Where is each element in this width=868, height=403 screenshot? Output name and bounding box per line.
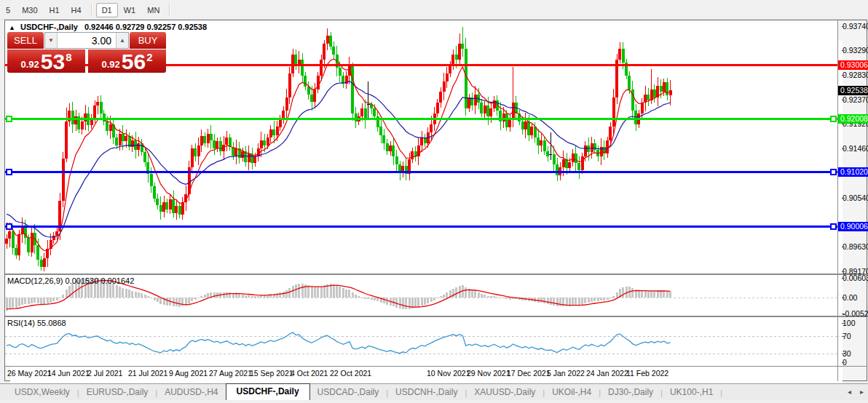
sell-price-display[interactable]: 0.92 53 8 [7, 49, 85, 73]
hline-price-label: 0.92008 [838, 114, 868, 124]
timeframe-button-h1[interactable]: H1 [44, 3, 66, 17]
timeframe-button-5[interactable]: 5 [0, 3, 16, 17]
date-label: 22 Oct 2021 [330, 369, 371, 378]
date-label: 14 Jun 2021 [47, 369, 90, 378]
one-click-trade-panel: SELL ▼ ▲ BUY 0.92 53 8 0.92 56 2 [7, 32, 166, 73]
chart-title: ▲ USDCHF-,Daily 0.92446 0.92729 0.92257 … [9, 23, 207, 31]
price-tick: 0.91460 [843, 144, 868, 153]
macd-axis-label: 0.00 [843, 293, 857, 302]
date-label: 21 Jul 2021 [128, 369, 167, 378]
price-tick: 0.89630 [843, 242, 868, 251]
volume-input[interactable] [58, 33, 116, 48]
price-axis[interactable]: 0.937400.932900.928300.923700.919200.914… [838, 20, 867, 381]
date-label: 15 Sep 2021 [250, 369, 293, 378]
tab-scroll-right-icon[interactable]: ▸ [860, 388, 864, 396]
timeframe-button-mn[interactable]: MN [141, 3, 165, 17]
symbol-tab-usdcad-daily[interactable]: USDCAD-,Daily [310, 385, 387, 400]
hline-price-label: 0.90006 [838, 222, 868, 231]
buy-price-prefix: 0.92 [101, 59, 119, 70]
volume-stepper: ▼ ▲ [44, 32, 129, 49]
price-tick: 0.92830 [843, 71, 868, 79]
rsi-axis-label: 30 [843, 349, 851, 358]
timeframe-button-w1[interactable]: W1 [118, 3, 142, 17]
trading-terminal-window: 5M30H1H4D1W1MN ▲ USDCHF-,Daily 0.92446 0… [0, 0, 868, 403]
symbol-tab-usdx-weekly[interactable]: USDX,Weekly [7, 385, 77, 400]
tab-scroll-left-icon[interactable]: ◂ [848, 388, 851, 396]
tab-separator: | [720, 388, 722, 400]
date-label: 5 Jan 2022 [547, 369, 585, 378]
timeframe-button-h4[interactable]: H4 [66, 3, 87, 17]
date-label: 10 Nov 2021 [427, 369, 470, 378]
symbol-tab-audusd-h4[interactable]: AUDUSD-,H4 [157, 385, 225, 400]
symbol-tab-dj30-daily[interactable]: DJ30-,Daily [601, 385, 660, 400]
timeframe-button-m30[interactable]: M30 [16, 3, 43, 17]
date-label: 11 Feb 2022 [626, 369, 668, 378]
rsi-axis-label: 0 [843, 358, 847, 367]
price-tick: 0.92370 [843, 95, 868, 104]
price-tick: 0.93290 [843, 46, 868, 55]
volume-decrease-button[interactable]: ▼ [45, 33, 58, 48]
date-label: 24 Jan 2022 [586, 369, 628, 378]
symbol-label: USDCHF-,Daily [20, 23, 78, 31]
time-axis[interactable]: 26 May 202114 Jun 20212 Jul 202121 Jul 2… [5, 367, 837, 381]
symbol-tab-usdchf-daily[interactable]: USDCHF-,Daily [226, 383, 310, 400]
tab-scroll-nav: ◂ ▸ [848, 388, 864, 396]
buy-price-big: 56 [122, 52, 146, 72]
toolbar-separator [169, 4, 170, 15]
timeframe-button-d1[interactable]: D1 [96, 3, 118, 17]
rsi-axis-label: 100 [843, 319, 856, 327]
date-label: 26 May 2021 [7, 369, 52, 378]
buy-price-sup: 2 [146, 51, 152, 63]
current-price-label: 0.92538 [838, 86, 868, 95]
symbol-tab-bar: USDX,Weekly|EURUSD-,Daily|AUDUSD-,H4USDC… [0, 383, 868, 400]
symbol-tab-usdcnh-daily[interactable]: USDCNH-,Daily [388, 385, 465, 400]
symbol-tab-xauusd-daily[interactable]: XAUUSD-,Daily [467, 385, 542, 400]
pane-divider-rsi[interactable] [5, 316, 867, 317]
rsi-label: RSI(14) 55.0868 [7, 319, 66, 327]
date-label: 27 Aug 2021 [209, 369, 252, 378]
collapse-icon[interactable]: ▲ [9, 24, 15, 31]
macd-label: MACD(12,26,9) 0.001530 0.001642 [7, 276, 134, 285]
date-label: 9 Aug 2021 [169, 369, 208, 378]
ohlc-values: 0.92446 0.92729 0.92257 0.92538 [84, 23, 207, 31]
pane-divider-macd[interactable] [5, 274, 867, 275]
date-label: 17 Dec 2021 [507, 369, 551, 378]
volume-increase-button[interactable]: ▲ [116, 33, 128, 48]
sell-price-sup: 8 [66, 51, 71, 63]
rsi-axis-label: 70 [843, 332, 851, 340]
date-label: 29 Nov 2021 [467, 369, 510, 378]
buy-button[interactable]: BUY [130, 32, 166, 49]
date-label: 4 Oct 2021 [291, 369, 328, 378]
macd-axis-label: -0.005228 [843, 309, 868, 318]
rsi-canvas[interactable] [5, 317, 837, 366]
date-label: 2 Jul 2021 [87, 369, 122, 378]
hline-price-label: 0.93006 [838, 60, 868, 70]
price-tick: 0.93740 [843, 22, 868, 31]
buy-price-display[interactable]: 0.92 56 2 [88, 49, 166, 73]
price-tick: 0.90540 [843, 193, 868, 202]
symbol-tab-uk100-h1[interactable]: UK100-,H1 [663, 385, 720, 400]
sell-price-prefix: 0.92 [20, 59, 39, 70]
sell-price-big: 53 [41, 52, 65, 72]
hline-price-label: 0.91020 [838, 167, 868, 177]
toolbar-separator [91, 4, 92, 15]
timeframe-toolbar: 5M30H1H4D1W1MN [0, 0, 868, 20]
macd-axis-label: 0.006038 [843, 274, 868, 282]
sell-button[interactable]: SELL [7, 32, 44, 49]
symbol-tab-eurusd-daily[interactable]: EURUSD-,Daily [79, 385, 156, 400]
symbol-tab-ukoil-h4[interactable]: UKOil-,H4 [545, 385, 599, 400]
